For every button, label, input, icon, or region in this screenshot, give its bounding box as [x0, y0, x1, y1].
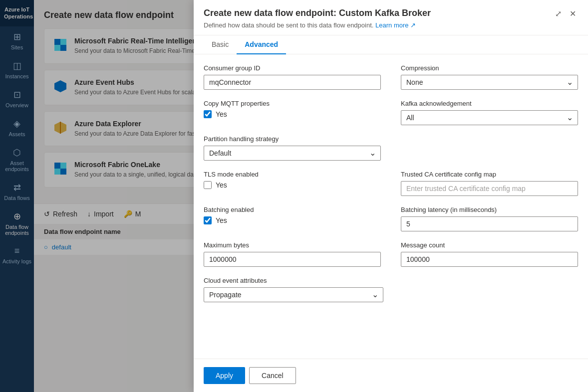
- form-group-max-bytes: Maximum bytes: [204, 241, 381, 267]
- copy-mqtt-check-label: Yes: [216, 110, 227, 118]
- kafka-ack-select[interactable]: All Leader None: [401, 110, 578, 125]
- copy-mqtt-checkbox-row: Yes: [204, 110, 381, 118]
- batching-latency-label: Batching latency (in milliseconds): [401, 206, 578, 213]
- form-group-compression: Compression None Gzip Snappy Lz4: [401, 64, 578, 90]
- compression-select-wrapper: None Gzip Snappy Lz4: [401, 75, 578, 90]
- form-group-consumer-group-id: Consumer group ID: [204, 64, 381, 90]
- form-row-2: Copy MQTT properties Yes Kafka acknowled…: [204, 100, 578, 125]
- form-row-1: Consumer group ID Compression None Gzip …: [204, 64, 578, 90]
- form-group-tls-mode: TLS mode enabled Yes: [204, 171, 381, 196]
- learn-more-link[interactable]: Learn more ↗: [375, 21, 416, 29]
- tls-mode-check-label: Yes: [216, 181, 227, 189]
- batching-enabled-checkbox-row: Yes: [204, 216, 381, 224]
- batching-enabled-checkbox[interactable]: [204, 216, 212, 224]
- form-group-partition-strategy: Partition handling strategy Default Stat…: [204, 135, 381, 161]
- compression-label: Compression: [401, 64, 578, 72]
- form-group-message-count: Message count: [401, 241, 578, 267]
- trusted-ca-label: Trusted CA certificate config map: [401, 171, 578, 178]
- apply-button[interactable]: Apply: [204, 367, 245, 384]
- cancel-button[interactable]: Cancel: [249, 367, 296, 384]
- consumer-group-id-input[interactable]: [204, 75, 381, 90]
- kafka-ack-label: Kafka acknowledgement: [401, 100, 578, 107]
- dialog-footer: Apply Cancel: [194, 359, 588, 392]
- tab-basic[interactable]: Basic: [204, 35, 237, 54]
- form-row-6: Maximum bytes Message count: [204, 241, 578, 267]
- trusted-ca-input[interactable]: [401, 181, 578, 196]
- consumer-group-id-label: Consumer group ID: [204, 64, 381, 72]
- cloud-event-label: Cloud event attributes: [204, 277, 578, 284]
- form-row-7: Cloud event attributes Propagate CreateO…: [204, 277, 578, 302]
- dialog-body: Consumer group ID Compression None Gzip …: [194, 54, 588, 359]
- dialog-title-row: Create new data flow endpoint: Custom Ka…: [204, 8, 578, 19]
- form-empty-1: [401, 135, 578, 161]
- partition-strategy-select-wrapper: Default Static Topic: [204, 146, 381, 161]
- batching-enabled-check-label: Yes: [216, 216, 227, 224]
- form-row-5: Batching enabled Yes Batching latency (i…: [204, 206, 578, 231]
- dialog-subtitle: Defined how data should be sent to this …: [204, 21, 578, 29]
- dialog-header-actions: ⤢ ✕: [553, 8, 578, 19]
- expand-button[interactable]: ⤢: [553, 8, 564, 19]
- form-row-4: TLS mode enabled Yes Trusted CA certific…: [204, 171, 578, 196]
- close-button[interactable]: ✕: [568, 8, 578, 19]
- form-group-copy-mqtt: Copy MQTT properties Yes: [204, 100, 381, 125]
- form-group-batching-enabled: Batching enabled Yes: [204, 206, 381, 231]
- form-row-3: Partition handling strategy Default Stat…: [204, 135, 578, 161]
- copy-mqtt-checkbox[interactable]: [204, 110, 212, 118]
- partition-strategy-select[interactable]: Default Static Topic: [204, 146, 381, 161]
- form-group-trusted-ca: Trusted CA certificate config map: [401, 171, 578, 196]
- external-link-icon: ↗: [410, 21, 416, 29]
- form-group-batching-latency: Batching latency (in milliseconds): [401, 206, 578, 231]
- message-count-label: Message count: [401, 241, 578, 249]
- message-count-input[interactable]: [401, 252, 578, 267]
- batching-latency-input[interactable]: [401, 216, 578, 231]
- kafka-ack-select-wrapper: All Leader None: [401, 110, 578, 125]
- cloud-event-select-wrapper: Propagate CreateOrRemap: [204, 287, 383, 302]
- tls-mode-checkbox-row: Yes: [204, 181, 381, 189]
- tls-mode-checkbox[interactable]: [204, 181, 212, 189]
- copy-mqtt-label: Copy MQTT properties: [204, 100, 381, 107]
- dialog-title: Create new data flow endpoint: Custom Ka…: [204, 8, 431, 18]
- cloud-event-select[interactable]: Propagate CreateOrRemap: [204, 287, 383, 302]
- max-bytes-label: Maximum bytes: [204, 241, 381, 249]
- compression-select[interactable]: None Gzip Snappy Lz4: [401, 75, 578, 90]
- form-group-kafka-ack: Kafka acknowledgement All Leader None: [401, 100, 578, 125]
- max-bytes-input[interactable]: [204, 252, 381, 267]
- dialog-header: Create new data flow endpoint: Custom Ka…: [194, 0, 588, 35]
- partition-strategy-label: Partition handling strategy: [204, 135, 381, 143]
- dialog: Create new data flow endpoint: Custom Ka…: [194, 0, 588, 392]
- tab-advanced[interactable]: Advanced: [237, 35, 286, 54]
- tls-mode-label: TLS mode enabled: [204, 171, 381, 178]
- form-group-cloud-event: Cloud event attributes Propagate CreateO…: [204, 277, 578, 302]
- dialog-tabs: Basic Advanced: [194, 35, 588, 54]
- batching-enabled-label: Batching enabled: [204, 206, 381, 213]
